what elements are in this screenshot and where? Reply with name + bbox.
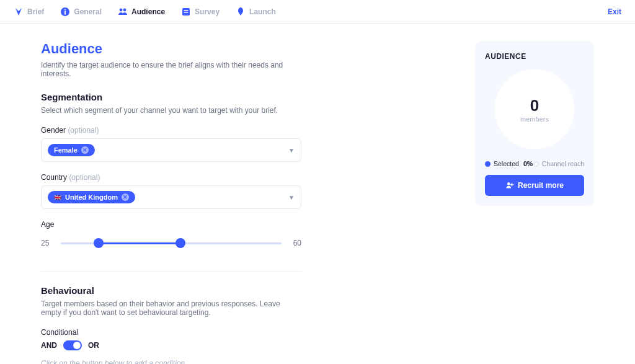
page-subtitle: Identify the target audience to ensure t… (41, 61, 301, 78)
or-label: OR (88, 341, 99, 350)
age-label: Age (41, 220, 301, 229)
audience-card: AUDIENCE 0 members Selected 0% Channel r… (475, 41, 594, 206)
country-chip-text: United Kingdom (65, 193, 118, 201)
gender-chip[interactable]: Female ✕ (48, 144, 95, 156)
audience-ring: 0 members (495, 69, 574, 149)
condition-hint: Click on the button below to add a condi… (41, 359, 301, 364)
info-icon (60, 7, 70, 17)
conditional-label: Conditional (41, 328, 301, 337)
nav-tabs: Brief General Audience Survey Launch (14, 7, 276, 17)
toggle-knob (73, 342, 81, 349)
gender-optional: (optional) (68, 126, 99, 135)
behavioural-desc: Target members based on their behavior a… (41, 300, 301, 317)
recruit-more-label: Recruit more (518, 181, 564, 190)
legend-selected-pct: 0% (523, 160, 533, 167)
audience-legend: Selected 0% Channel reach (485, 160, 584, 167)
country-chip[interactable]: 🇬🇧 United Kingdom ✕ (48, 191, 135, 203)
legend-reach-label: Channel reach (542, 160, 584, 167)
and-label: AND (41, 341, 57, 350)
gender-label: Gender (optional) (41, 126, 301, 135)
age-track-fill (99, 242, 180, 244)
legend-dot-reach (533, 161, 539, 167)
top-nav: Brief General Audience Survey Launch (0, 0, 635, 24)
section-divider (41, 271, 301, 272)
tab-label: Brief (27, 7, 44, 16)
legend-selected: Selected 0% (485, 160, 533, 167)
legend-selected-label: Selected (494, 160, 519, 167)
svg-rect-1 (64, 11, 66, 14)
recruit-icon (505, 181, 514, 190)
chevron-down-icon: ▼ (288, 194, 295, 201)
chevron-down-icon: ▼ (288, 147, 295, 154)
age-thumb-high[interactable] (175, 238, 185, 248)
tab-label: General (74, 7, 102, 16)
svg-rect-7 (184, 12, 189, 13)
country-label: Country (optional) (41, 173, 301, 182)
audience-ring-center: 0 members (520, 96, 549, 123)
age-min: 25 (41, 239, 55, 247)
tab-survey[interactable]: Survey (181, 7, 220, 17)
country-optional: (optional) (69, 173, 100, 182)
tab-label: Launch (249, 7, 276, 16)
tab-audience[interactable]: Audience (118, 7, 165, 17)
country-select[interactable]: 🇬🇧 United Kingdom ✕ ▼ (41, 185, 301, 209)
country-label-text: Country (41, 173, 67, 182)
gender-select[interactable]: Female ✕ ▼ (41, 138, 301, 162)
sidebar: AUDIENCE 0 members Selected 0% Channel r… (475, 41, 594, 364)
svg-point-8 (507, 182, 510, 185)
tab-brief[interactable]: Brief (14, 7, 44, 17)
recruit-more-button[interactable]: Recruit more (485, 175, 584, 196)
tab-label: Audience (131, 7, 165, 16)
legend-reach: Channel reach (533, 160, 584, 167)
audience-card-heading: AUDIENCE (485, 52, 584, 61)
exit-link[interactable]: Exit (608, 7, 621, 16)
gender-chip-remove-icon[interactable]: ✕ (81, 146, 89, 154)
segmentation-heading: Segmentation (41, 92, 301, 102)
page-body: Audience Identify the target audience to… (0, 24, 635, 364)
gender-chip-text: Female (54, 146, 78, 154)
audience-icon (118, 7, 128, 17)
audience-members-label: members (520, 115, 549, 123)
conditional-toggle-row: AND OR (41, 340, 301, 350)
main-column: Audience Identify the target audience to… (41, 41, 301, 364)
audience-count: 0 (520, 96, 549, 115)
tab-launch[interactable]: Launch (236, 7, 276, 17)
age-max: 60 (288, 239, 301, 247)
behavioural-heading: Behavioural (41, 285, 301, 296)
conditional-toggle[interactable] (63, 340, 82, 350)
age-slider[interactable] (61, 233, 282, 254)
svg-point-2 (64, 9, 66, 10)
svg-point-3 (120, 8, 123, 11)
launch-icon (236, 7, 246, 17)
gender-label-text: Gender (41, 126, 66, 135)
page-title: Audience (41, 41, 301, 57)
tab-general[interactable]: General (60, 7, 102, 17)
flag-icon: 🇬🇧 (54, 194, 61, 201)
svg-rect-6 (184, 10, 189, 11)
age-thumb-low[interactable] (94, 238, 104, 248)
country-chip-remove-icon[interactable]: ✕ (122, 193, 129, 201)
age-slider-row: 25 60 (41, 233, 301, 254)
segmentation-desc: Select which segment of your channel you… (41, 106, 301, 115)
svg-point-4 (123, 8, 127, 11)
legend-dot-selected (485, 161, 491, 167)
brief-icon (14, 7, 24, 17)
survey-icon (181, 7, 191, 17)
tab-label: Survey (195, 7, 220, 16)
